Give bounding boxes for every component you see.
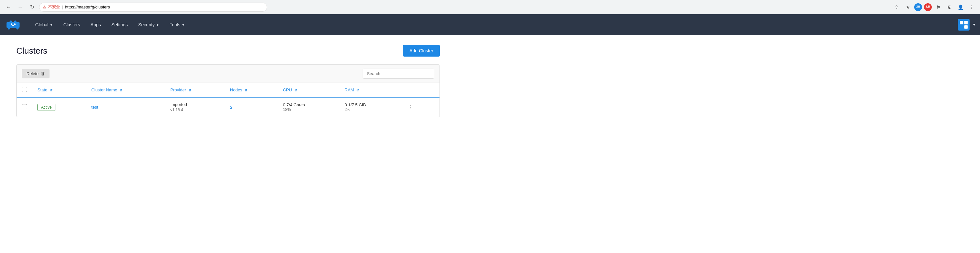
svg-point-6 <box>14 24 16 25</box>
bookmark-list-button[interactable]: ⚑ <box>934 3 943 12</box>
th-nodes[interactable]: Nodes ⇵ <box>225 83 278 97</box>
provider-name: Imported <box>170 102 220 107</box>
security-warning-icon: ⚠ <box>43 5 46 9</box>
back-button[interactable]: ← <box>4 3 13 12</box>
table-toolbar: Delete 🗑 <box>17 65 439 83</box>
cluster-name-link[interactable]: test <box>91 105 98 109</box>
nav-settings[interactable]: Settings <box>106 14 133 35</box>
search-input[interactable] <box>363 69 434 79</box>
nodes-value: 3 <box>230 105 232 110</box>
row-provider-cell: Imported v1.18.4 <box>165 97 225 117</box>
nav-apps[interactable]: Apps <box>85 14 106 35</box>
svg-rect-1 <box>10 21 12 23</box>
top-nav: Global ▼ Clusters Apps Settings Security… <box>0 14 980 35</box>
share-button[interactable]: ⇧ <box>892 3 901 12</box>
browser-actions: ⇧ ★ JH AB ⚑ ☯ 👤 ⋮ <box>892 3 976 12</box>
trash-icon: 🗑 <box>41 71 45 76</box>
row-ram-cell: 0.1/7.5 GiB 2% <box>339 97 400 117</box>
cpu-sort-icon: ⇵ <box>294 89 297 92</box>
ram-value: 0.1/7.5 GiB <box>345 103 395 107</box>
user-avatar-ab[interactable]: AB <box>924 3 932 11</box>
row-state-cell: Active <box>32 97 86 117</box>
menu-button[interactable]: ⋮ <box>967 3 976 12</box>
row-nodes-cell: 3 <box>225 97 278 117</box>
address-url: https://master/g/clusters <box>65 5 110 9</box>
th-cpu[interactable]: CPU ⇵ <box>278 83 339 97</box>
th-ram[interactable]: RAM ⇵ <box>339 83 400 97</box>
browser-chrome: ← → ↻ ⚠ 不安全 | https://master/g/clusters … <box>0 0 980 14</box>
rancher-grid-chevron-icon: ▼ <box>972 22 976 27</box>
provider-version: v1.18.4 <box>170 108 220 112</box>
main-content: Clusters Add Cluster Delete 🗑 State ⇵ <box>0 35 456 127</box>
cluster-name-sort-icon: ⇵ <box>119 89 122 92</box>
th-actions <box>400 83 439 97</box>
grid-cell-1 <box>960 21 963 24</box>
grid-cell-2 <box>964 21 968 24</box>
global-chevron-icon: ▼ <box>49 23 53 27</box>
forward-button[interactable]: → <box>16 3 25 12</box>
page-title: Clusters <box>16 46 47 56</box>
select-all-header[interactable] <box>17 83 32 97</box>
nav-right: ▼ <box>958 19 980 30</box>
select-all-checkbox[interactable] <box>22 87 27 92</box>
cpu-value: 0.7/4 Cores <box>283 103 334 107</box>
logo-area <box>0 19 29 30</box>
insecure-label: 不安全 <box>48 4 60 10</box>
th-state[interactable]: State ⇵ <box>32 83 86 97</box>
table-body: Active test Imported v1.18.4 3 0.7/4 Cor… <box>17 97 439 117</box>
page-header: Clusters Add Cluster <box>16 45 440 57</box>
svg-point-5 <box>11 24 13 25</box>
ram-percent: 2% <box>345 107 395 112</box>
grid-cell-4 <box>964 25 968 29</box>
provider-sort-icon: ⇵ <box>189 89 191 92</box>
nav-items: Global ▼ Clusters Apps Settings Security… <box>29 14 958 35</box>
svg-rect-3 <box>8 27 10 29</box>
svg-rect-2 <box>14 21 16 23</box>
status-badge: Active <box>37 104 56 111</box>
tools-chevron-icon: ▼ <box>181 23 185 27</box>
th-provider[interactable]: Provider ⇵ <box>165 83 225 97</box>
row-cpu-cell: 0.7/4 Cores 18% <box>278 97 339 117</box>
add-cluster-button[interactable]: Add Cluster <box>403 45 440 57</box>
table-row: Active test Imported v1.18.4 3 0.7/4 Cor… <box>17 97 439 117</box>
user-avatar-jh[interactable]: JH <box>914 3 922 11</box>
https-text: https:// <box>65 5 78 9</box>
state-sort-icon: ⇵ <box>50 89 52 92</box>
svg-rect-4 <box>16 27 18 29</box>
clusters-table-container: Delete 🗑 State ⇵ Cluster Name <box>16 64 440 117</box>
row-checkbox-cell[interactable] <box>17 97 32 117</box>
nodes-sort-icon: ⇵ <box>245 89 247 92</box>
th-cluster-name[interactable]: Cluster Name ⇵ <box>86 83 165 97</box>
svg-rect-7 <box>13 25 14 26</box>
rancher-grid-icon[interactable] <box>958 19 970 30</box>
address-bar: ⚠ 不安全 | https://master/g/clusters <box>39 3 267 12</box>
profile-button[interactable]: 👤 <box>956 3 965 12</box>
table-header: State ⇵ Cluster Name ⇵ Provider ⇵ Nodes … <box>17 83 439 97</box>
delete-button[interactable]: Delete 🗑 <box>22 69 49 78</box>
bookmark-button[interactable]: ★ <box>903 3 912 12</box>
nav-clusters[interactable]: Clusters <box>58 14 85 35</box>
row-checkbox[interactable] <box>22 104 27 109</box>
cpu-percent: 18% <box>283 107 334 112</box>
nav-tools[interactable]: Tools ▼ <box>164 14 190 35</box>
ram-sort-icon: ⇵ <box>356 89 359 92</box>
clusters-table: State ⇵ Cluster Name ⇵ Provider ⇵ Nodes … <box>17 83 439 117</box>
extensions-button[interactable]: ☯ <box>945 3 954 12</box>
row-actions-cell: ⋮ <box>400 97 439 117</box>
security-chevron-icon: ▼ <box>156 23 159 27</box>
reload-button[interactable]: ↻ <box>27 3 37 12</box>
nav-global[interactable]: Global ▼ <box>30 14 58 35</box>
rancher-logo <box>6 19 22 30</box>
nav-security[interactable]: Security ▼ <box>133 14 164 35</box>
row-cluster-name-cell: test <box>86 97 165 117</box>
row-actions-button[interactable]: ⋮ <box>405 103 415 112</box>
grid-cell-3 <box>960 25 963 29</box>
